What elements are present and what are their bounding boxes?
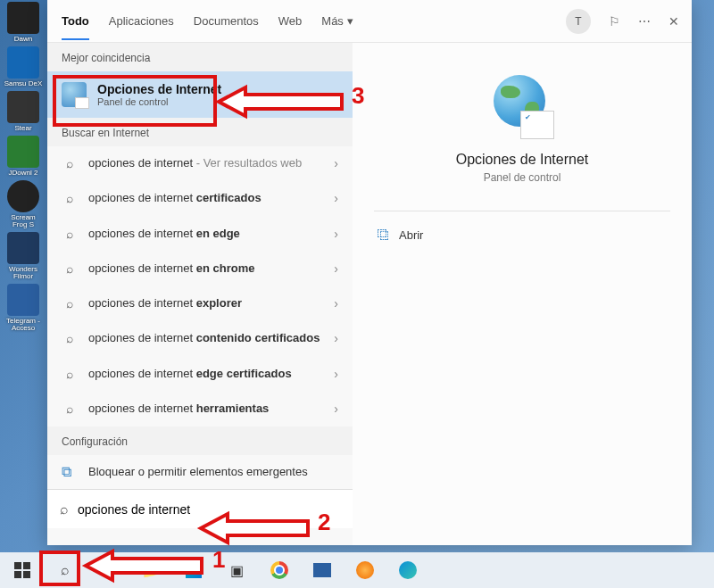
tab-documents[interactable]: Documentos	[194, 2, 259, 40]
settings-result[interactable]: ⧉ Bloquear o permitir elementos emergent…	[47, 455, 353, 489]
search-icon: ⌕	[62, 402, 78, 416]
chevron-right-icon: ›	[334, 227, 338, 241]
search-icon: ⌕	[62, 191, 78, 205]
search-input[interactable]	[78, 502, 340, 517]
web-search-suggestion[interactable]: ⌕ opciones de internet en edge ›	[47, 217, 353, 252]
section-header-best-match: Mejor coincidencia	[47, 43, 353, 71]
search-panel-body: Mejor coincidencia Opciones de Internet …	[47, 43, 692, 545]
open-icon: ⿻	[378, 228, 390, 242]
chevron-right-icon: ›	[334, 156, 338, 170]
taskbar-app-store[interactable]	[175, 553, 212, 587]
chevron-right-icon: ›	[334, 261, 338, 276]
svg-rect-1	[23, 562, 30, 569]
web-search-suggestion[interactable]: ⌕ opciones de internet explorer ›	[47, 286, 353, 321]
taskbar-app-chrome[interactable]	[261, 553, 298, 587]
preview-icon	[490, 75, 554, 139]
web-search-suggestion[interactable]: ⌕ opciones de internet en chrome ›	[47, 252, 353, 286]
desktop-icon[interactable]: Dawn	[4, 2, 43, 43]
desktop-icon[interactable]: Stear	[4, 91, 43, 132]
tab-all[interactable]: Todo	[62, 2, 89, 40]
search-input-box[interactable]: ⌕	[47, 489, 353, 528]
best-match-subtitle: Panel de control	[97, 96, 221, 107]
taskbar-app[interactable]: ▣	[218, 553, 255, 587]
desktop-icon[interactable]: Wonders Filmor	[4, 232, 43, 280]
chevron-right-icon: ›	[334, 191, 338, 205]
preview-subtitle: Panel de control	[484, 171, 561, 184]
tab-apps[interactable]: Aplicaciones	[109, 2, 174, 40]
tab-more[interactable]: Más ▾	[321, 14, 353, 28]
section-header-web-search: Buscar en Internet	[47, 118, 353, 146]
search-icon: ⌕	[62, 156, 78, 170]
desktop-icon[interactable]: Scream Frog S	[4, 180, 43, 228]
desktop-icon[interactable]: Samsu DeX	[4, 46, 43, 87]
search-panel-header: Todo Aplicaciones Documentos Web Más ▾ T…	[47, 0, 692, 43]
settings-result-label: Bloquear o permitir elementos emergentes	[88, 465, 308, 479]
header-right-controls: T ⚐ ⋯ ✕	[566, 9, 686, 34]
chevron-right-icon: ›	[334, 367, 338, 381]
more-options-icon[interactable]: ⋯	[638, 14, 651, 29]
taskbar-app-explorer[interactable]: 📁	[132, 553, 170, 587]
chevron-down-icon: ▾	[347, 14, 353, 28]
search-icon: ⌕	[62, 296, 78, 311]
search-filter-tabs: Todo Aplicaciones Documentos Web Más ▾	[62, 0, 353, 42]
svg-rect-3	[23, 571, 30, 578]
feedback-icon[interactable]: ⚐	[609, 14, 620, 29]
user-avatar[interactable]: T	[566, 9, 591, 34]
chevron-right-icon: ›	[334, 402, 338, 416]
search-results-column: Mejor coincidencia Opciones de Internet …	[47, 43, 353, 545]
svg-rect-0	[14, 562, 21, 569]
taskbar-app-edge[interactable]	[389, 553, 427, 587]
popup-settings-icon: ⧉	[62, 464, 78, 480]
close-icon[interactable]: ✕	[668, 14, 679, 29]
desktop-icons-column: Dawn Samsu DeX Stear JDownl 2 Scream Fro…	[4, 2, 46, 332]
search-icon: ⌕	[62, 261, 78, 276]
svg-rect-2	[14, 571, 21, 578]
taskbar-search-button[interactable]: ⌕	[46, 553, 84, 587]
tab-more-label: Más	[321, 14, 344, 28]
result-preview-pane: Opciones de Internet Panel de control ⿻ …	[353, 43, 692, 545]
divider	[374, 211, 670, 211]
chevron-right-icon: ›	[334, 296, 338, 311]
section-header-settings: Configuración	[47, 427, 353, 455]
web-search-suggestion[interactable]: ⌕ opciones de internet herramientas ›	[47, 392, 353, 427]
search-icon: ⌕	[62, 331, 78, 345]
best-match-title: Opciones de Internet	[97, 82, 221, 96]
web-search-suggestion[interactable]: ⌕ opciones de internet edge certificados…	[47, 357, 353, 392]
task-view-button[interactable]: ▭	[89, 553, 127, 587]
search-icon: ⌕	[62, 367, 78, 381]
search-icon: ⌕	[60, 501, 69, 518]
open-label: Abrir	[399, 228, 423, 242]
web-search-suggestion[interactable]: ⌕ opciones de internet - Ver resultados …	[47, 146, 353, 181]
open-action[interactable]: ⿻ Abrir	[378, 228, 423, 242]
taskbar-app-terminal[interactable]	[303, 553, 341, 587]
checklist-icon	[520, 111, 554, 139]
chevron-right-icon: ›	[334, 331, 338, 345]
taskbar-app-firefox[interactable]	[346, 553, 384, 587]
web-search-suggestion[interactable]: ⌕ opciones de internet certificados ›	[47, 181, 353, 216]
desktop-icon[interactable]: Telegram - Acceso	[4, 284, 43, 332]
best-match-result[interactable]: Opciones de Internet Panel de control	[47, 71, 353, 118]
start-button[interactable]	[4, 553, 41, 587]
tab-web[interactable]: Web	[278, 2, 303, 40]
internet-options-icon	[62, 82, 87, 107]
search-icon: ⌕	[62, 227, 78, 241]
preview-title: Opciones de Internet	[456, 152, 589, 168]
windows-taskbar: ⌕ ▭ 📁 ▣	[0, 552, 714, 588]
web-search-suggestion[interactable]: ⌕ opciones de internet contenido certifi…	[47, 321, 353, 356]
windows-search-panel: Todo Aplicaciones Documentos Web Más ▾ T…	[47, 0, 692, 545]
desktop-icon[interactable]: JDownl 2	[4, 136, 43, 177]
